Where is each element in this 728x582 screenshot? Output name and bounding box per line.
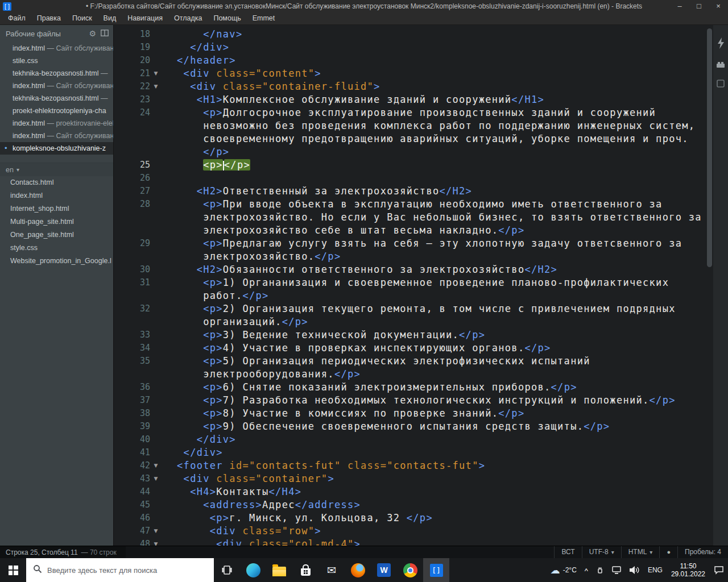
code-line[interactable]: 41</div> [114,446,706,459]
working-file-item[interactable]: index.html — Сайт обслуживани [0,42,113,55]
taskbar-firefox-button[interactable] [345,558,371,582]
start-button[interactable] [0,558,26,582]
working-file-item[interactable]: index.html — proektirovanie-elek [0,117,113,130]
menu-item[interactable]: Поиск [67,13,98,24]
menu-item[interactable]: Отладка [168,13,208,24]
working-file-item[interactable]: proekt-ehlektrootopleniya-cha [0,105,113,117]
code-line[interactable]: 28<p>При вводе объекта в эксплуатацию не… [114,198,706,237]
code-line[interactable]: 38<p>8) Участие в комиссиях по проверке … [114,407,706,420]
code-line[interactable]: 18</nav> [114,28,706,41]
project-file-item[interactable]: One_page_site.html [0,228,113,242]
code-line[interactable]: 22▼<div class="container-fluid"> [114,80,706,93]
menu-item[interactable]: Навигация [122,13,168,24]
network-tray-button[interactable] [608,558,626,582]
volume-tray-button[interactable] [626,558,644,582]
lint-status[interactable]: ● [659,546,677,558]
project-dropdown[interactable]: en ▾ [0,163,113,176]
code-line[interactable]: 33<p>3) Ведение технической документации… [114,329,706,342]
hidden-icons-chevron[interactable]: ^ [581,558,592,582]
gear-icon[interactable]: ⚙ [89,29,96,38]
code-line[interactable]: 20</header> [114,54,706,67]
code-line[interactable]: 35<p>5) Организация периодических электр… [114,355,706,381]
language-indicator[interactable]: ENG [644,558,667,582]
taskbar-search[interactable] [26,558,214,582]
menu-item[interactable]: Вид [98,13,122,24]
project-file-item[interactable]: Internet_shop.html [0,202,113,215]
menu-item[interactable]: Файл [2,13,31,24]
code-line[interactable]: 42▼<footer id="contacts-fut" class="cont… [114,459,706,472]
code-line[interactable]: 40</div> [114,433,706,446]
code-line[interactable]: 36<p>6) Снятие показаний электроизмерите… [114,381,706,394]
taskbar-edge-button[interactable] [240,558,266,582]
code-line[interactable]: 48▼<div class="col-md-4"> [114,538,706,546]
code-line[interactable]: 39<p>9) Обеспечение своевременного испыт… [114,420,706,433]
code-line[interactable]: 27<H2>Ответственный за электрохозяйство<… [114,185,706,198]
close-button[interactable]: × [709,0,728,13]
maximize-button[interactable]: □ [689,0,709,13]
line-number: 38 [114,407,150,420]
editor[interactable]: 18</nav>19</div>20</header>21▼<div class… [114,25,713,546]
indent-setting[interactable]: Пробелы: 4 [677,546,728,558]
editor-scrollbar[interactable] [706,25,713,546]
live-preview-icon[interactable] [717,38,725,51]
code-line[interactable]: 23<H1>Комплексное обслуживание зданий и … [114,93,706,106]
fold-arrow-icon[interactable]: ▼ [150,67,162,80]
code-line[interactable]: 19</div> [114,41,706,54]
code-line[interactable]: 30<H2>Обязанности ответственного за элек… [114,263,706,276]
project-file-item[interactable]: Contacts.html [0,176,113,189]
taskbar-file-explorer-button[interactable] [266,558,292,582]
extension-manager-icon[interactable] [716,60,725,70]
fold-arrow-icon[interactable]: ▼ [150,472,162,485]
minimize-button[interactable]: – [670,0,689,13]
code-line[interactable]: 37<p>7) Разработка необходимых технологи… [114,394,706,407]
code-line[interactable]: 21▼<div class="content"> [114,67,706,80]
search-input[interactable] [47,566,206,575]
fold-arrow-icon[interactable]: ▼ [150,525,162,538]
taskbar-word-button[interactable]: W [371,558,397,582]
code-line[interactable]: 25<p></p> [114,159,706,172]
menu-item[interactable]: Emmet [247,13,281,24]
clock[interactable]: 11:50 29.01.2022 [667,562,710,578]
encoding-select[interactable]: UTF-8 ▾ [582,546,621,558]
code-line[interactable]: 43▼<div class="container"> [114,472,706,485]
working-file-item[interactable]: tekhnika-bezopasnosti.html — [0,92,113,105]
split-view-icon[interactable] [101,30,109,38]
line-number: 28 [114,198,150,237]
project-file-item[interactable]: Multi-page_site.html [0,215,113,228]
working-file-item[interactable]: tekhnika-bezopasnosti.html — [0,67,113,80]
fold-arrow-icon[interactable]: ▼ [150,80,162,93]
code-line[interactable]: 29<p>Предлагаю услугу взять на себя — эт… [114,237,706,263]
code-line[interactable]: 34<p>4) Участие в проверках инспектирующ… [114,342,706,355]
menu-item[interactable]: Правка [31,13,67,24]
code-line[interactable]: 47▼<div class="row"> [114,525,706,538]
fold-arrow-icon[interactable]: ▼ [150,459,162,472]
working-file-item[interactable]: stile.css [0,55,113,67]
working-file-item[interactable]: index.html — Сайт обслуживани [0,80,113,92]
fold-arrow-icon[interactable]: ▼ [150,538,162,546]
taskbar-mail-button[interactable]: ✉ [318,558,345,582]
code-line[interactable]: 46<p>г. Минск, ул. Кольцова, 32 </p> [114,512,706,525]
code-line[interactable]: 31<p>1) Органанизация и своевременное пр… [114,276,706,302]
working-file-item[interactable]: index.html — Сайт обслуживани [0,130,113,142]
code-line[interactable]: 26 [114,172,706,185]
code-line[interactable]: 45<address>Адрес</address> [114,498,706,512]
project-file-item[interactable]: index.html [0,189,113,202]
project-file-item[interactable]: Website_promotion_in_Google.l [0,255,113,268]
action-center-button[interactable] [710,558,728,582]
taskbar-chrome-button[interactable] [397,558,423,582]
task-view-button[interactable] [214,558,240,582]
language-mode-select[interactable]: HTML ▾ [621,546,660,558]
code-line[interactable]: 32<p>2) Организация текущего ремонта, в … [114,302,706,329]
usb-tray-button[interactable] [592,558,608,582]
taskbar-store-button[interactable] [292,558,318,582]
code-line[interactable]: 24<p>Долгосрочное эксплуатирование произ… [114,106,706,159]
plugin-icon[interactable] [717,80,725,90]
code-line[interactable]: 44<H4>Контакты</H4> [114,485,706,498]
menu-item[interactable]: Помощь [208,13,246,24]
taskbar-brackets-button[interactable]: [] [423,558,449,582]
overwrite-indicator[interactable]: ВСТ [554,546,581,558]
working-file-item[interactable]: •kompleksnoe-obsluzhivanie-z [0,142,113,155]
weather-widget[interactable]: ☁ -2°C [547,558,581,582]
project-file-item[interactable]: style.css [0,242,113,255]
scrollbar-thumb[interactable] [707,28,712,267]
